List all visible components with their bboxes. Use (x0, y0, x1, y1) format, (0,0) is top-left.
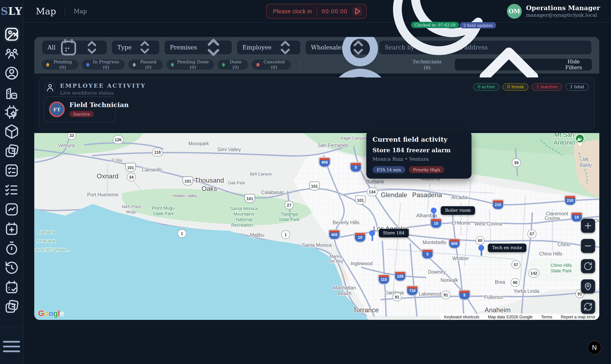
main-content: All Type (24, 23, 611, 364)
sidebar-item-devices[interactable] (4, 104, 19, 120)
sidebar-item-reports[interactable] (4, 202, 19, 217)
status-filter-chip[interactable]: Paused (0) (128, 60, 163, 70)
user-menu[interactable]: OM Operations Manager manager@synapticly… (507, 4, 600, 19)
report-error-link[interactable]: Report a map error (561, 314, 595, 319)
avatar: OM (507, 4, 522, 19)
employee-card[interactable]: FT Field Technician Inactive (44, 96, 116, 122)
sidebar-icon (4, 182, 19, 198)
chevron-up-down-icon (135, 38, 155, 57)
map-view[interactable]: Ventura Moorpark Simi Valley San Fernand… (34, 133, 599, 320)
person-circle-icon (45, 82, 56, 93)
user-email: manager@synapticlynk.local (526, 12, 600, 18)
clock-timer: 00:00:00 (322, 8, 347, 14)
calendar-icon (58, 37, 79, 57)
top-bar: Map Map Please clock in 00:00:00 OM Oper… (24, 0, 611, 23)
field-activity-tooltip: Current field activity Store 184 freezer… (366, 131, 472, 179)
workforce-count-badge: 1 total (565, 83, 589, 91)
nextjs-dev-badge[interactable]: N (587, 341, 601, 355)
employee-activity-panel: EMPLOYEE ACTIVITY Live workforce status … (39, 78, 595, 130)
sidebar-item-timer[interactable] (4, 240, 19, 256)
status-dot (171, 63, 174, 66)
sidebar-item-map[interactable] (4, 26, 19, 42)
eta-badge: ETA 14 min (373, 166, 405, 173)
mountain-poi-icon[interactable] (575, 134, 584, 143)
map-zoom-in-button[interactable] (581, 219, 595, 233)
sidebar-item-documents[interactable] (4, 143, 19, 159)
sidebar-item-schedule[interactable] (4, 221, 19, 237)
clock-in-button[interactable]: Please clock in 00:00:00 (266, 4, 367, 19)
notifications-button[interactable] (376, 0, 498, 70)
status-filter-chip[interactable]: Done (0) (217, 60, 249, 70)
sidebar-item-customers[interactable] (4, 65, 19, 81)
tooltip-subject: Store 184 freezer alarm (373, 147, 465, 154)
map-marker-label[interactable]: Store 184 (379, 229, 409, 237)
tooltip-title: Current field activity (373, 136, 465, 143)
sidebar-icon (4, 279, 19, 295)
chevron-up-down-icon (200, 37, 227, 61)
workforce-count-badge: 0 break (502, 83, 528, 91)
sidebar-icon (4, 46, 19, 61)
map-locate-button[interactable] (581, 279, 595, 293)
map-marker-label[interactable]: Boiler room (441, 206, 475, 215)
map-marker-label[interactable]: Tech en route (488, 244, 527, 252)
keyboard-shortcuts-link[interactable]: Keyboard shortcuts (444, 314, 480, 319)
employee-avatar: FT (49, 102, 65, 117)
breadcrumb: Map (74, 8, 87, 14)
sidebar-icon (4, 65, 19, 81)
sidebar-item-history[interactable] (4, 260, 19, 275)
play-icon (352, 6, 362, 16)
filter-dropdown[interactable]: Premises (164, 40, 232, 55)
status-dot (222, 63, 225, 66)
sidebar-item-approvals[interactable] (4, 279, 19, 295)
status-filter-chip[interactable]: Pending Done (0) (167, 60, 214, 70)
sidebar-icon (4, 240, 19, 256)
app-logo[interactable]: SLY (1, 0, 22, 23)
filter-dropdown[interactable]: Type (111, 40, 160, 55)
sidebar-item-tasks[interactable] (4, 163, 19, 178)
status-dot (257, 63, 260, 66)
page-title: Map (36, 6, 56, 16)
status-filter-chip[interactable]: Pending (0) (42, 60, 78, 70)
employee-activity-section: EMPLOYEE ACTIVITY Live workforce status … (34, 74, 599, 133)
map-card: All Type (34, 37, 599, 320)
terms-link[interactable]: Terms (541, 314, 553, 319)
map-marker-pin[interactable] (431, 208, 437, 213)
hamburger-icon (0, 335, 23, 358)
clocked-in-badge: Clocked in: 07:42:18 (411, 22, 459, 28)
status-filter-chip[interactable]: In Progress (0) (82, 60, 125, 70)
user-name: Operations Manager (526, 4, 600, 12)
sidebar-icon (4, 163, 19, 178)
sidebar-icon (4, 260, 19, 275)
map-marker-pin[interactable] (369, 230, 375, 236)
employee-name: Field Technician (69, 102, 129, 109)
status-dot (46, 63, 49, 66)
sidebar-item-checklists[interactable] (4, 182, 19, 198)
title-divider (65, 6, 65, 16)
workforce-count-badge: 1 inactive (532, 83, 562, 91)
status-dot (86, 63, 89, 66)
sidebar-icon (4, 124, 19, 139)
menu-button[interactable] (0, 328, 23, 364)
map-zoom-out-button[interactable] (581, 239, 595, 253)
map-marker-pin[interactable] (478, 245, 484, 251)
map-data-credit: Map data ©2026 Google (488, 314, 533, 319)
map-refresh-button[interactable] (581, 299, 595, 313)
sidebar: SLY (0, 0, 24, 364)
sidebar-item-notes[interactable] (4, 299, 19, 315)
filter-dropdown[interactable]: All (42, 40, 107, 55)
map-rotate-button[interactable] (581, 259, 595, 273)
sidebar-icon (4, 26, 19, 42)
status-dot (133, 63, 136, 66)
sidebar-item-inventory[interactable] (4, 124, 19, 139)
map-canvas[interactable]: Ventura Moorpark Simi Valley San Fernand… (34, 133, 599, 320)
sidebar-icon (4, 221, 19, 237)
app-window: SLY (0, 0, 611, 364)
section-subtitle: Live workforce status (60, 90, 146, 96)
sidebar-item-company[interactable] (4, 85, 19, 101)
sidebar-nav (4, 23, 19, 314)
google-logo[interactable]: Google (38, 309, 64, 318)
moon-icon (378, 0, 495, 69)
chevron-up-down-icon (82, 37, 102, 57)
sidebar-item-employees[interactable] (4, 46, 19, 61)
employee-status-badge: Inactive (69, 111, 94, 117)
